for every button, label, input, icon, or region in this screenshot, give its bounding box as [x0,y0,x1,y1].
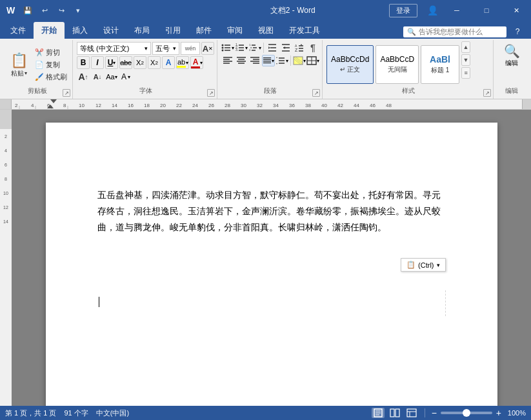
editing-button[interactable]: 🔍 编辑 [497,41,526,80]
text-effect-button[interactable]: A [162,56,175,69]
svg-text:36: 36 [289,103,295,108]
bullets-button[interactable]: ▾ [221,42,234,54]
zoom-in-button[interactable]: + [496,408,501,417]
para-divider1 [263,43,264,53]
superscript-button[interactable]: X2 [148,56,161,69]
tab-layout[interactable]: 布局 [126,22,157,39]
line-spacing-button[interactable]: ▾ [276,55,288,66]
italic-button[interactable]: I [91,56,104,69]
change-case-button[interactable]: Aa ▾ [105,70,118,83]
zoom-thumb[interactable] [463,409,470,417]
styles-scroll-up-button[interactable]: ▲ [461,41,470,53]
justify-button[interactable]: ▾ [262,55,275,66]
style-normal-preview: AaBbCcDd [331,55,369,64]
paste-popup-arrow[interactable]: ▾ [437,262,440,268]
shrink-font-button[interactable]: A ↓ [91,70,104,83]
numbering-button[interactable]: 1.2.3. ▾ [235,42,248,54]
tab-review[interactable]: 审阅 [219,22,250,39]
highlight-button[interactable]: ab ▾ [176,56,189,69]
svg-text:4: 4 [5,148,7,153]
zoom-out-button[interactable]: − [432,408,437,417]
clipboard-expand-button[interactable]: ↗ [63,89,70,97]
page-info: 第 1 页，共 1 页 [5,408,56,418]
login-button[interactable]: 登录 [389,4,417,17]
strikethrough-button[interactable]: abc [119,56,132,69]
subscript-button[interactable]: X2 [134,56,146,69]
font-name-selector[interactable]: 等线 (中文正文) ▾ [77,42,151,55]
restore-button[interactable]: □ [472,0,501,21]
redo-button[interactable]: ↪ [54,3,68,17]
paste-popup-label: (Ctrl) [418,261,434,269]
minimize-button[interactable]: ─ [442,0,472,21]
paste-button[interactable]: 📋 粘贴 ▾ [5,47,32,83]
ribbon-search-box[interactable]: 🔍 [403,26,506,37]
tab-developer[interactable]: 开发工具 [281,22,328,39]
save-qat-button[interactable]: 💾 [21,3,35,17]
align-left-button[interactable] [221,55,234,66]
font-expand-button[interactable]: ↗ [207,89,215,97]
document-scroll-area[interactable]: 五岳盘神基，四渎涌茫津。动求目方智，默守标静仁。苟不宴出处，托好有常因。寻元存终… [12,110,531,406]
sort-button[interactable]: AZ [293,42,306,54]
page-view-button[interactable] [372,408,385,418]
web-view-button[interactable] [405,408,418,418]
tab-design[interactable]: 设计 [95,22,126,39]
svg-text:24: 24 [192,103,198,108]
tab-references[interactable]: 引用 [157,22,188,39]
align-center-button[interactable] [235,55,248,66]
document-page[interactable]: 五岳盘神基，四渎涌茫津。动求目方智，默守标静仁。苟不宴出处，托好有常因。寻元存终… [46,123,497,406]
read-view-button[interactable] [388,408,401,418]
enlarge-font-button[interactable]: A ↑ [77,70,90,83]
svg-point-6 [222,50,224,52]
styles-more-button[interactable]: ≡ [461,67,470,79]
increase-indent-button[interactable] [279,42,292,54]
style-item-heading1[interactable]: AaBl 标题 1 [421,45,459,84]
paste-ctrl-popup[interactable]: 📋 (Ctrl) ▾ [401,258,445,272]
close-button[interactable]: ✕ [501,0,531,21]
qat-dropdown-button[interactable]: ▾ [71,3,85,17]
first-line-indent[interactable] [50,99,57,103]
help-icon[interactable]: ? [509,25,526,39]
styles-scroll-down-button[interactable]: ▼ [461,54,470,66]
document-paragraph[interactable]: 五岳盘神基，四渎涌茫津。动求目方智，默守标静仁。苟不宴出处，托好有常因。寻元存终… [97,187,446,236]
svg-text:44: 44 [354,103,359,108]
underline-button[interactable]: U ▾ [105,56,118,69]
tab-home[interactable]: 开始 [34,22,65,39]
undo-button[interactable]: ↩ [37,3,52,17]
svg-text:10: 10 [3,191,8,195]
borders-button[interactable]: ▾ [306,55,319,66]
shading-button[interactable]: ▾ [293,55,306,66]
paste-dropdown-arrow[interactable]: ▾ [25,70,27,76]
cut-button[interactable]: ✂️ 剪切 [32,47,70,59]
paste-popup-icon: 📋 [406,261,416,269]
show-marks-button[interactable]: ¶ [306,42,319,54]
tab-mailings[interactable]: 邮件 [188,22,219,39]
document-text[interactable]: 五岳盘神基，四渎涌茫津。动求目方智，默守标静仁。苟不宴出处，托好有常因。寻元存终… [97,187,446,236]
format-painter-button[interactable]: 🖌️ 格式刷 [32,72,70,83]
tab-view[interactable]: 视图 [250,22,281,39]
multilevel-list-button[interactable]: 1.a.2. ▾ [248,42,261,54]
style-item-normal[interactable]: AaBbCcDd ↵ 正文 [326,45,374,84]
decrease-indent-button[interactable] [266,42,279,54]
svg-text:8: 8 [5,177,7,181]
char-spacing-button[interactable]: A ▾ [119,70,132,83]
style-no-spacing-preview: AaBbCcD [380,55,414,64]
bold-button[interactable]: B [77,56,90,69]
align-right-button[interactable] [248,55,261,66]
svg-text:48: 48 [386,103,392,108]
ribbon-search-input[interactable] [419,28,490,35]
paragraph-expand-button[interactable]: ↗ [312,89,320,97]
zoom-slider[interactable] [441,412,492,414]
user-icon[interactable]: 👤 [423,0,442,21]
font-color-button[interactable]: A ▾ [190,56,203,69]
svg-rect-87 [0,110,12,129]
tab-insert[interactable]: 插入 [65,22,95,39]
svg-text:38: 38 [305,103,311,108]
clear-all-formatting-button[interactable]: A ✕ [201,42,214,55]
copy-button[interactable]: 📄 复制 [32,59,70,71]
styles-expand-button[interactable]: ↗ [483,89,491,97]
hanging-indent[interactable] [47,105,54,108]
ruler-scale: // This would be generated but we'll use… [12,99,522,109]
style-item-no-spacing[interactable]: AaBbCcD 无间隔 [376,45,419,84]
font-size-selector[interactable]: 五号 ▾ [152,42,179,55]
tab-file[interactable]: 文件 [3,22,34,39]
